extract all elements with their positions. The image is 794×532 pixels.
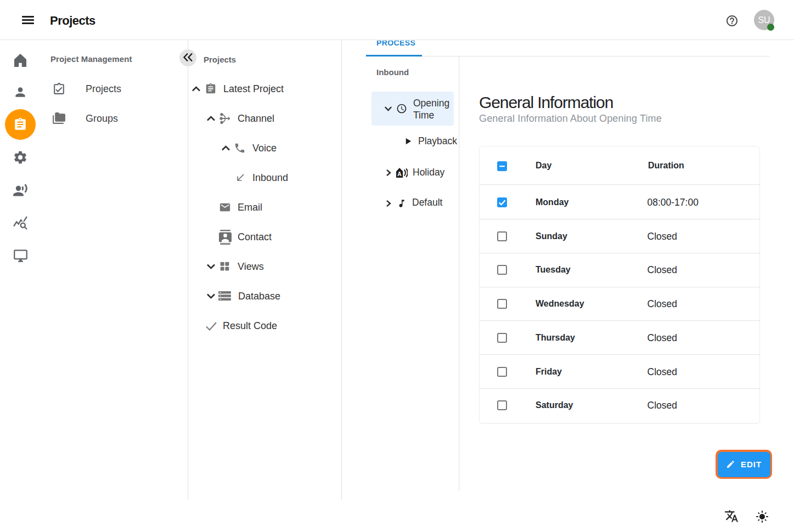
svg-text:A: A (397, 171, 402, 177)
